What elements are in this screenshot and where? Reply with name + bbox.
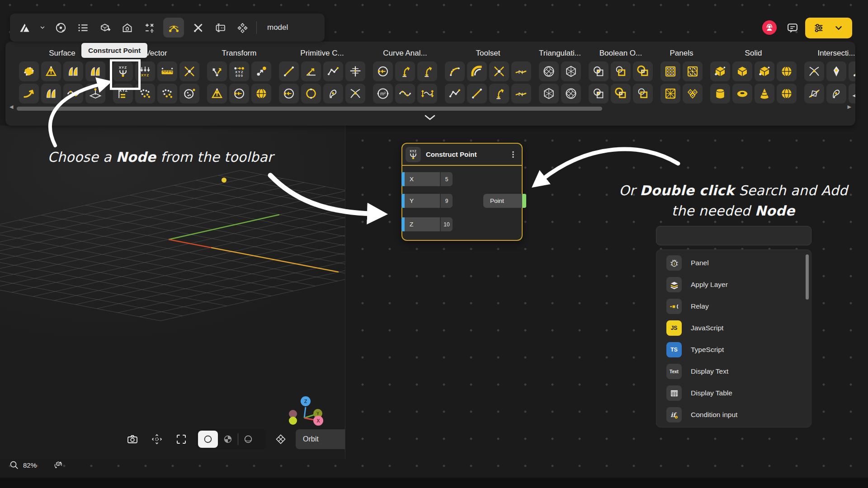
math-operators-icon[interactable] <box>141 18 157 38</box>
boolean-difference-icon[interactable] <box>611 61 631 81</box>
home-library-icon[interactable] <box>119 18 135 38</box>
hex-triangulate-icon[interactable] <box>561 61 581 81</box>
input-row-z[interactable]: Z10 <box>401 217 453 231</box>
region-trim-icon[interactable] <box>633 84 653 103</box>
active-file-tab[interactable]: model <box>263 23 292 32</box>
axis-gizmo[interactable]: Z Y X <box>278 390 337 433</box>
vector-pair-icon[interactable] <box>207 61 227 81</box>
sync-model-icon[interactable] <box>52 460 62 470</box>
search-result-condition-input[interactable]: Condition input <box>656 404 811 426</box>
line-angle-icon[interactable] <box>301 61 321 81</box>
point-cloud-icon[interactable] <box>157 84 177 103</box>
deconstruct-point-icon[interactable] <box>135 61 155 81</box>
surface-tent-icon[interactable] <box>41 61 61 81</box>
fillet-corner-icon[interactable] <box>467 61 487 81</box>
arc-blend-icon[interactable] <box>445 61 465 81</box>
box-center-icon[interactable] <box>732 61 752 81</box>
rotate-object-icon[interactable] <box>229 84 249 103</box>
delaunay-mesh-icon[interactable] <box>539 84 559 103</box>
scroll-left-arrow[interactable]: ◀ <box>9 104 13 110</box>
camera-mode-select[interactable]: Orbit <box>296 429 345 449</box>
scroll-right-arrow[interactable]: ▶ <box>848 104 851 110</box>
surface-sweep-icon[interactable] <box>85 61 105 81</box>
input-value[interactable]: 10 <box>440 217 453 231</box>
collide-points-icon[interactable] <box>489 61 509 81</box>
search-result-relay[interactable]: Relay <box>656 296 811 317</box>
input-value[interactable]: 5 <box>440 172 453 186</box>
xyz-list-icon[interactable] <box>113 84 133 103</box>
input-port[interactable] <box>401 194 405 208</box>
collapse-toolbar-chevron[interactable] <box>423 113 437 122</box>
measure-ruler-icon[interactable] <box>157 61 177 81</box>
curve-tangent-icon[interactable] <box>395 61 415 81</box>
output-row-point[interactable]: Point <box>483 194 526 208</box>
pan-mode-button[interactable] <box>147 428 166 450</box>
shaded-mode-button[interactable] <box>198 431 218 448</box>
screenshot-button[interactable] <box>123 428 142 450</box>
surface-loft-icon[interactable] <box>63 61 83 81</box>
circle-center-icon[interactable] <box>279 84 299 103</box>
hatch-lines-icon[interactable] <box>511 84 531 103</box>
fit-view-button[interactable] <box>172 428 191 450</box>
input-value[interactable]: 9 <box>440 194 453 208</box>
dash-pattern-icon[interactable] <box>511 61 531 81</box>
solid-sphere-icon[interactable] <box>777 61 797 81</box>
workspace-chevron-icon[interactable] <box>38 18 47 38</box>
search-result-display-table[interactable]: Display Table <box>656 382 811 404</box>
flip-curve-icon[interactable] <box>489 84 509 103</box>
move-xyz-icon[interactable] <box>229 61 249 81</box>
input-port[interactable] <box>401 172 405 186</box>
vector-scatter-icon[interactable] <box>179 61 199 81</box>
polyline-icon[interactable] <box>323 61 343 81</box>
outline-list-icon[interactable] <box>75 18 91 38</box>
mesh-ray-icon[interactable] <box>804 84 824 103</box>
circle-tangent-icon[interactable] <box>345 84 365 103</box>
boolean-union-icon[interactable] <box>589 61 609 81</box>
region-union-icon[interactable] <box>611 84 631 103</box>
axes-cross-icon[interactable] <box>345 61 365 81</box>
grid-toggle-button[interactable] <box>271 428 290 450</box>
construct-point-node[interactable]: Construct Point X5Y9Z10Point <box>401 143 523 241</box>
curve-area-icon[interactable] <box>373 84 393 103</box>
ellipse-arrow-icon[interactable] <box>323 84 343 103</box>
viewport-3d[interactable]: Z Y X <box>0 126 345 459</box>
surface-split-icon[interactable] <box>826 61 846 81</box>
circle-radius-icon[interactable] <box>301 84 321 103</box>
curve-dots-icon[interactable] <box>445 84 465 103</box>
voronoi-sphere-icon[interactable] <box>539 61 559 81</box>
segment-dots-icon[interactable] <box>467 84 487 103</box>
construct-point-icon[interactable] <box>113 61 133 81</box>
surface-swoosh-icon[interactable] <box>19 84 39 103</box>
box-corner-point-icon[interactable] <box>710 61 730 81</box>
surface-plane-point-icon[interactable] <box>85 84 105 103</box>
mirror-object-icon[interactable] <box>207 84 227 103</box>
plane-plane-icon[interactable] <box>849 84 855 103</box>
curve-curvature-icon[interactable] <box>417 61 437 81</box>
input-row-x[interactable]: X5 <box>401 172 453 186</box>
node-search-input[interactable] <box>656 226 811 245</box>
region-slice-icon[interactable] <box>589 84 609 103</box>
point-cluster-icon[interactable] <box>135 84 155 103</box>
dropdown-scrollbar[interactable] <box>806 254 809 300</box>
panel-lattice-icon[interactable] <box>660 84 680 103</box>
components-icon[interactable] <box>234 18 250 38</box>
export-box-icon[interactable] <box>97 18 113 38</box>
curve-divide-icon[interactable] <box>395 84 415 103</box>
solid-torus-icon[interactable] <box>732 84 752 103</box>
panel-diamond-icon[interactable] <box>683 84 703 103</box>
search-result-apply-layer[interactable]: Apply Layer <box>656 274 811 296</box>
axis-neg-y-ball[interactable] <box>289 417 297 425</box>
comments-button[interactable] <box>786 22 799 34</box>
surface-freeform-icon[interactable] <box>19 61 39 81</box>
panel-grid-icon[interactable] <box>660 61 680 81</box>
app-logo-icon[interactable] <box>16 18 33 38</box>
zoom-icon[interactable] <box>9 460 19 470</box>
convex-hull-icon[interactable] <box>561 84 581 103</box>
account-avatar-button[interactable] <box>762 20 777 35</box>
record-target-icon[interactable] <box>52 18 69 38</box>
box-points-icon[interactable] <box>755 61 774 81</box>
sphere-points-icon[interactable] <box>777 84 797 103</box>
output-port[interactable] <box>522 194 526 208</box>
search-result-javascript[interactable]: JSJavaScript <box>656 317 811 339</box>
line-segment-icon[interactable] <box>279 61 299 81</box>
